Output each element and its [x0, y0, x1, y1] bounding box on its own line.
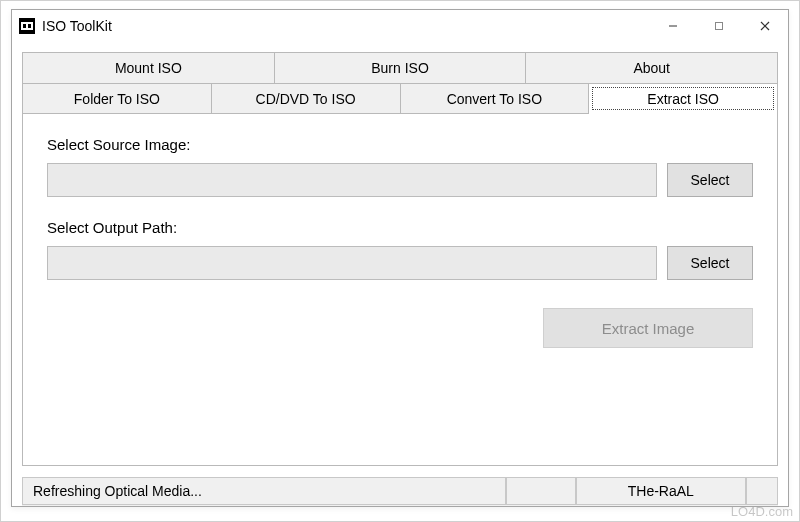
window-title: ISO ToolKit [42, 18, 112, 34]
maximize-button[interactable] [696, 10, 742, 42]
source-image-label: Select Source Image: [47, 136, 753, 153]
extract-image-button[interactable]: Extract Image [543, 308, 753, 348]
client-area: Mount ISO Burn ISO About Folder To ISO C… [12, 42, 788, 506]
tab-cddvd-to-iso[interactable]: CD/DVD To ISO [212, 84, 401, 114]
status-cell-blank-1 [506, 477, 576, 505]
close-button[interactable] [742, 10, 788, 42]
titlebar: ISO ToolKit [12, 10, 788, 42]
tab-mount-iso[interactable]: Mount ISO [23, 53, 275, 83]
tab-panel-extract-iso: Select Source Image: Select Select Outpu… [23, 114, 777, 465]
statusbar: Refreshing Optical Media... THe-RaAL [22, 476, 778, 506]
output-path-input[interactable] [47, 246, 657, 280]
output-select-button[interactable]: Select [667, 246, 753, 280]
svg-rect-3 [28, 24, 31, 28]
svg-rect-5 [716, 23, 723, 30]
source-image-row: Select [47, 163, 753, 197]
status-message: Refreshing Optical Media... [22, 477, 506, 505]
tab-about[interactable]: About [526, 53, 777, 83]
output-path-row: Select [47, 246, 753, 280]
window-controls [650, 10, 788, 42]
tab-row-upper: Mount ISO Burn ISO About [23, 53, 777, 84]
tab-folder-to-iso[interactable]: Folder To ISO [23, 84, 212, 114]
tab-convert-to-iso[interactable]: Convert To ISO [401, 84, 590, 114]
tab-burn-iso[interactable]: Burn ISO [275, 53, 527, 83]
minimize-button[interactable] [650, 10, 696, 42]
source-image-input[interactable] [47, 163, 657, 197]
status-author: THe-RaAL [576, 477, 746, 505]
status-cell-blank-2 [746, 477, 778, 505]
extract-row: Extract Image [47, 308, 753, 348]
tab-row-lower: Folder To ISO CD/DVD To ISO Convert To I… [23, 84, 777, 114]
output-path-label: Select Output Path: [47, 219, 753, 236]
tab-control: Mount ISO Burn ISO About Folder To ISO C… [22, 52, 778, 466]
app-window: ISO ToolKit Mount ISO Burn ISO About [11, 9, 789, 507]
svg-rect-2 [23, 24, 26, 28]
app-icon [18, 17, 36, 35]
svg-rect-1 [21, 22, 33, 30]
tab-extract-iso[interactable]: Extract ISO [589, 84, 777, 114]
source-select-button[interactable]: Select [667, 163, 753, 197]
